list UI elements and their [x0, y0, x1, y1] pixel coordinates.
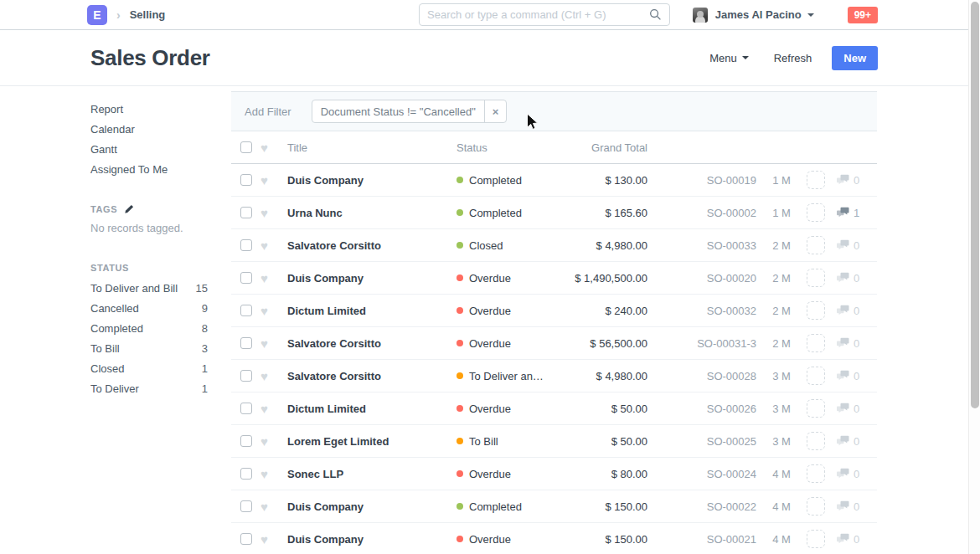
add-filter-button[interactable]: Add Filter	[245, 105, 291, 118]
row-title[interactable]: Urna Nunc	[282, 207, 452, 219]
comments-icon	[836, 533, 849, 545]
comments-icon	[836, 174, 849, 186]
row-grand-total: $ 50.00	[566, 435, 652, 448]
row-title[interactable]: Salvatore Corsitto	[282, 337, 452, 350]
row-title[interactable]: Lorem Eget Limited	[282, 435, 452, 448]
row-status: Completed	[469, 207, 522, 219]
row-checkbox[interactable]	[240, 337, 252, 349]
comment-count: 0	[854, 272, 859, 285]
row-checkbox[interactable]	[240, 272, 252, 284]
like-heart-icon[interactable]: ♥	[260, 370, 268, 382]
row-checkbox[interactable]	[240, 239, 252, 251]
table-row[interactable]: ♥ Urna Nunc Completed $ 165.60 SO-00002 …	[231, 197, 877, 229]
like-heart-icon[interactable]: ♥	[260, 337, 268, 350]
table-row[interactable]: ♥ Lorem Eget Limited To Bill $ 50.00 SO-…	[231, 425, 877, 458]
select-all-checkbox[interactable]	[240, 141, 252, 153]
sidebar-status-filter[interactable]: Closed 1	[90, 359, 214, 379]
table-row[interactable]: ♥ Dictum Limited Overdue $ 240.00 SO-000…	[231, 295, 877, 327]
row-age: 4 M	[761, 468, 802, 480]
user-avatar[interactable]	[693, 8, 708, 23]
table-row[interactable]: ♥ Duis Company Completed $ 130.00 SO-000…	[231, 164, 877, 197]
sidebar-status-filter[interactable]: To Deliver and Bill 15	[90, 279, 214, 299]
row-checkbox[interactable]	[240, 174, 252, 186]
sidebar-view-link[interactable]: Report	[90, 100, 214, 120]
row-title[interactable]: Duis Company	[282, 500, 452, 513]
like-heart-icon[interactable]: ♥	[260, 403, 268, 415]
like-heart-icon[interactable]: ♥	[260, 239, 268, 252]
sidebar-view-link[interactable]: Gantt	[90, 140, 214, 160]
table-row[interactable]: ♥ Salvatore Corsitto Overdue $ 56,500.00…	[231, 327, 877, 360]
row-checkbox[interactable]	[240, 435, 252, 447]
row-status: Overdue	[469, 337, 511, 350]
edit-tags-icon[interactable]	[124, 204, 134, 214]
like-heart-icon[interactable]: ♥	[260, 272, 268, 285]
row-checkbox[interactable]	[240, 207, 252, 218]
row-grand-total: $ 130.00	[566, 174, 652, 187]
row-checkbox[interactable]	[240, 468, 252, 480]
row-title[interactable]: Salvatore Corsitto	[282, 370, 452, 382]
row-checkbox[interactable]	[240, 370, 252, 382]
scrollbar-track[interactable]	[968, 0, 980, 554]
scrollbar-thumb[interactable]	[971, 2, 979, 408]
sidebar-view-link[interactable]: Calendar	[90, 120, 214, 140]
row-checkbox[interactable]	[240, 403, 252, 414]
assignee-placeholder	[807, 432, 825, 450]
like-heart-icon[interactable]: ♥	[260, 500, 268, 513]
breadcrumb[interactable]: Selling	[130, 8, 166, 21]
menu-button[interactable]: Menu	[709, 52, 749, 64]
table-row[interactable]: ♥ Salvatore Corsitto To Deliver an… $ 4,…	[231, 360, 877, 392]
row-id: SO-00032	[652, 305, 761, 317]
notifications-badge[interactable]: 99+	[848, 7, 878, 23]
sidebar-view-label: Gantt	[90, 143, 117, 156]
search-input[interactable]	[427, 8, 649, 21]
table-row[interactable]: ♥ Duis Company Completed $ 150.00 SO-000…	[231, 490, 877, 523]
sidebar-status-filter[interactable]: To Deliver 1	[90, 379, 214, 399]
global-search	[419, 3, 670, 26]
table-row[interactable]: ♥ Duis Company Overdue $ 1,490,500.00 SO…	[231, 262, 877, 295]
row-title[interactable]: Duis Company	[282, 272, 452, 285]
row-grand-total: $ 4,980.00	[566, 370, 652, 382]
sidebar-status-filter[interactable]: To Bill 3	[90, 339, 214, 359]
status-heading: STATUS	[90, 260, 214, 275]
row-checkbox[interactable]	[240, 500, 252, 512]
row-title[interactable]: Duis Company	[282, 174, 452, 187]
like-heart-icon[interactable]: ♥	[260, 174, 268, 187]
row-title[interactable]: Dictum Limited	[282, 305, 452, 317]
table-row[interactable]: ♥ Duis Company Overdue $ 150.00 SO-00021…	[231, 523, 877, 554]
like-heart-icon[interactable]: ♥	[260, 435, 268, 448]
row-checkbox[interactable]	[240, 305, 252, 316]
like-heart-icon[interactable]: ♥	[260, 207, 268, 219]
row-title[interactable]: Salvatore Corsitto	[282, 239, 452, 252]
active-filter-chip: Document Status != "Cancelled" ×	[312, 100, 508, 123]
header-status: Status	[452, 141, 566, 154]
user-menu[interactable]: James Al Pacino	[715, 8, 802, 21]
row-title[interactable]: Dictum Limited	[282, 403, 452, 415]
sidebar-view-link[interactable]: Assigned To Me	[90, 160, 214, 180]
table-row[interactable]: ♥ Dictum Limited Overdue $ 50.00 SO-0002…	[231, 392, 877, 425]
remove-filter-icon[interactable]: ×	[484, 100, 507, 122]
like-heart-icon[interactable]: ♥	[260, 305, 268, 317]
row-checkbox[interactable]	[240, 533, 252, 545]
filter-chip-label[interactable]: Document Status != "Cancelled"	[312, 100, 484, 122]
refresh-button[interactable]: Refresh	[774, 52, 812, 64]
row-title[interactable]: Duis Company	[282, 533, 452, 546]
like-filter-icon[interactable]: ♥	[260, 141, 268, 154]
new-button[interactable]: New	[832, 46, 878, 70]
table-row[interactable]: ♥ Salvatore Corsitto Closed $ 4,980.00 S…	[231, 229, 877, 262]
assignee-placeholder	[807, 367, 825, 385]
table-row[interactable]: ♥ Sonec LLP Overdue $ 80.00 SO-00024 4 M	[231, 458, 877, 490]
row-id: SO-00019	[652, 174, 761, 187]
row-id: SO-00025	[652, 435, 761, 448]
row-title[interactable]: Sonec LLP	[282, 468, 452, 480]
app-logo[interactable]: E	[87, 5, 107, 25]
assignee-placeholder	[807, 464, 825, 483]
sidebar-status-filter[interactable]: Completed 8	[90, 319, 214, 339]
assignee-placeholder	[807, 497, 825, 516]
like-heart-icon[interactable]: ♥	[260, 533, 268, 546]
comments-icon	[836, 500, 849, 512]
status-filter-label: To Deliver and Bill	[90, 279, 178, 299]
content: Report Calendar Gantt Assigned To Me TAG…	[0, 86, 980, 554]
sidebar-status-filter[interactable]: Cancelled 9	[90, 299, 214, 319]
like-heart-icon[interactable]: ♥	[260, 468, 268, 480]
status-filter-count: 1	[202, 359, 214, 379]
